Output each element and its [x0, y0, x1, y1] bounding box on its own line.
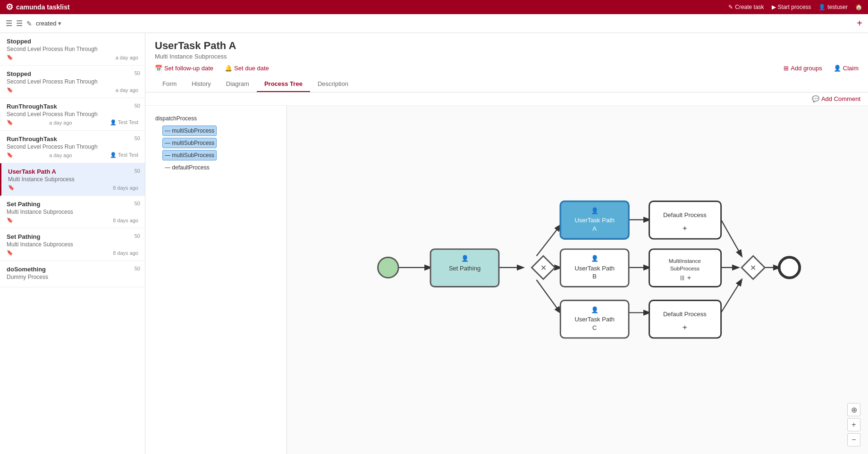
content-actions: 📅 Set follow-up date 🔔 Set due date ⊞ Ad… [155, 65, 859, 72]
page-title: UserTask Path A [155, 40, 859, 52]
task-subtitle: Dummy Process [7, 274, 138, 280]
tab-diagram[interactable]: Diagram [219, 76, 257, 92]
svg-text:Set Pathing: Set Pathing [449, 265, 480, 272]
default-process-a[interactable] [649, 201, 721, 239]
task-item[interactable]: RunThroughTask Second Level Process Run … [0, 98, 145, 131]
task-item[interactable]: doSomething Dummy Process 50 [0, 261, 145, 287]
svg-text:👤: 👤 [591, 207, 599, 215]
tree-node[interactable]: — multiSubProcess [162, 138, 217, 148]
svg-text:A: A [592, 225, 597, 232]
task-item[interactable]: Set Pathing Multi Instance Subprocess 🔖8… [0, 196, 145, 228]
menu-icon-2[interactable]: ☰ [16, 19, 23, 28]
svg-text:+: + [683, 223, 687, 233]
task-meta: 🔖8 days ago [8, 185, 138, 191]
task-subtitle: Second Level Process Run Through [7, 111, 138, 118]
tree-node[interactable]: — defaultProcess [162, 162, 212, 173]
svg-text:MultiInstance: MultiInstance [669, 258, 701, 264]
claim-button[interactable]: 👤 Claim [834, 65, 859, 72]
tree-panel: dispatchProcess— multiSubProcess— multiS… [145, 106, 287, 454]
task-priority: 50 [135, 233, 140, 239]
svg-line-8 [721, 220, 742, 256]
bookmark-icon: 🔖 [7, 250, 13, 256]
start-event [378, 257, 398, 277]
groups-icon: ⊞ [784, 65, 789, 72]
start-process-link[interactable]: ▶ Start process [772, 4, 811, 10]
task-time: a day ago [116, 55, 138, 60]
bpmn-diagram: 👤 Set Pathing ✕ 👤 UserTask Path A Defaul… [287, 106, 868, 454]
bookmark-icon: 🔖 [7, 119, 13, 126]
set-followup-date[interactable]: 📅 Set follow-up date [155, 65, 213, 72]
task-name: Stopped [7, 38, 138, 45]
sort-label[interactable]: created ▾ [36, 20, 61, 27]
add-groups[interactable]: ⊞ Add groups [784, 65, 822, 72]
task-priority: 50 [135, 266, 140, 271]
set-due-date[interactable]: 🔔 Set due date [225, 65, 269, 72]
zoom-fit-button[interactable]: ⊕ [847, 403, 860, 416]
task-meta: 🔖a day ago [7, 87, 138, 93]
diagram-area: 👤 Set Pathing ✕ 👤 UserTask Path A Defaul… [287, 106, 868, 454]
calendar-icon: 📅 [155, 65, 162, 72]
task-item[interactable]: Stopped Second Level Process Run Through… [0, 33, 145, 66]
svg-text:Default Process: Default Process [663, 311, 707, 318]
add-comment-bar: 💬 Add Comment [145, 92, 868, 106]
add-task-button[interactable]: + [857, 18, 862, 29]
bookmark-icon: 🔖 [7, 217, 13, 223]
task-assignee: 👤 Test Test [110, 119, 138, 126]
task-meta: 🔖a day ago👤 Test Test [7, 119, 138, 126]
bookmark-icon: 🔖 [7, 87, 13, 93]
content-area: UserTask Path A Multi Instance Subproces… [145, 33, 868, 454]
zoom-in-button[interactable]: + [847, 418, 860, 431]
task-priority: 50 [135, 168, 140, 174]
task-meta: 🔖a day ago👤 Test Test [7, 152, 138, 158]
task-item[interactable]: UserTask Path A Multi Instance Subproces… [0, 163, 145, 196]
tree-node[interactable]: dispatchProcess [153, 113, 199, 124]
task-time: 8 days ago [113, 185, 138, 191]
create-task-link[interactable]: ✎ Create task [728, 4, 764, 10]
main-layout: Stopped Second Level Process Run Through… [0, 33, 868, 454]
task-item[interactable]: RunThroughTask Second Level Process Run … [0, 131, 145, 163]
zoom-out-button[interactable]: − [847, 433, 860, 446]
content-tabs: Form History Diagram Process Tree Descri… [155, 76, 859, 92]
task-item[interactable]: Stopped Second Level Process Run Through… [0, 66, 145, 98]
tab-description[interactable]: Description [310, 76, 356, 92]
task-meta: 🔖a day ago [7, 54, 138, 60]
task-list: Stopped Second Level Process Run Through… [0, 33, 145, 287]
create-task-icon: ✎ [728, 4, 733, 10]
add-comment-button[interactable]: 💬 Add Comment [812, 95, 860, 102]
menu-icon-1[interactable]: ☰ [6, 19, 12, 28]
end-event [779, 257, 800, 277]
tab-process-tree[interactable]: Process Tree [257, 76, 310, 92]
zoom-controls: ⊕ + − [847, 403, 860, 446]
topbar: ⚙ camunda tasklist ✎ Create task ▶ Start… [0, 0, 868, 14]
tab-form[interactable]: Form [155, 76, 184, 92]
task-item[interactable]: Set Pathing Multi Instance Subprocess 🔖8… [0, 228, 145, 261]
tree-line: — defaultProcess [162, 162, 279, 173]
task-subtitle: Second Level Process Run Through [7, 143, 138, 150]
page-subtitle: Multi Instance Subprocess [155, 53, 859, 60]
home-link[interactable]: 🏠 [855, 4, 862, 10]
edit-icon[interactable]: ✎ [26, 20, 32, 27]
process-panel: dispatchProcess— multiSubProcess— multiS… [145, 106, 868, 454]
task-meta: 🔖8 days ago [7, 217, 138, 223]
user-icon: 👤 [818, 4, 826, 10]
task-subtitle: Multi Instance Subprocess [7, 241, 138, 248]
tree-container: dispatchProcess— multiSubProcess— multiS… [153, 113, 279, 173]
tree-node[interactable]: — multiSubProcess [162, 126, 217, 136]
task-name: Set Pathing [7, 233, 138, 240]
svg-text:✕: ✕ [540, 264, 547, 272]
comment-icon: 💬 [812, 95, 819, 102]
bookmark-icon: 🔖 [8, 185, 15, 191]
task-priority: 50 [135, 103, 140, 109]
tab-history[interactable]: History [184, 76, 218, 92]
task-time: 8 days ago [113, 218, 138, 223]
tree-node[interactable]: — multiSubProcess [162, 150, 217, 160]
default-process-c[interactable] [649, 300, 721, 338]
svg-line-4 [537, 280, 561, 313]
home-icon: 🏠 [855, 4, 862, 10]
task-time: a day ago [49, 120, 72, 126]
topbar-left: ⚙ camunda tasklist [6, 2, 70, 12]
content-header: UserTask Path A Multi Instance Subproces… [145, 33, 868, 92]
user-link[interactable]: 👤 testuser [818, 4, 848, 10]
brand-icon: ⚙ [6, 2, 13, 12]
task-name: Stopped [7, 70, 138, 77]
